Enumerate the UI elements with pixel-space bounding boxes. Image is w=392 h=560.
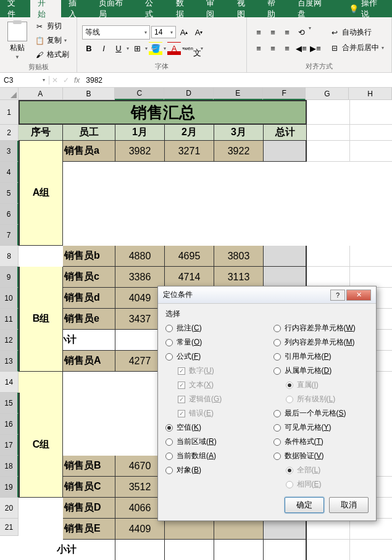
total-cell[interactable]: [264, 519, 307, 540]
row-header-9[interactable]: 9: [0, 267, 19, 288]
dlg-opt[interactable]: 条件格式(T): [273, 437, 369, 447]
emp-cell[interactable]: 销售员a: [63, 141, 115, 162]
align-left-button[interactable]: ≡: [252, 41, 265, 55]
cell[interactable]: [307, 540, 350, 560]
row-header-1[interactable]: 1: [0, 100, 19, 125]
val-cell[interactable]: 3982: [115, 141, 165, 162]
formula-input[interactable]: 3982: [82, 76, 392, 85]
format-painter-button[interactable]: 🖌格式刷: [32, 48, 72, 61]
row-header-11[interactable]: 11: [0, 309, 19, 330]
tab-5[interactable]: 数据: [169, 0, 199, 17]
tab-7[interactable]: 视图: [230, 0, 260, 17]
row-header-18[interactable]: 18: [0, 456, 19, 477]
col-header-E[interactable]: E: [214, 88, 263, 100]
cell[interactable]: [350, 246, 392, 267]
row-header-15[interactable]: 15: [0, 393, 19, 414]
dlg-opt[interactable]: 最后一个单元格(S): [273, 408, 369, 419]
subtotal-cell[interactable]: [165, 540, 214, 560]
row-header-16[interactable]: 16: [0, 414, 19, 435]
paste-button[interactable]: 粘贴 ▼: [5, 20, 30, 61]
emp-cell[interactable]: 销售员e: [63, 309, 115, 330]
val-cell[interactable]: [214, 519, 264, 540]
col-header-H[interactable]: H: [349, 88, 392, 100]
group-cell-2[interactable]: C组: [19, 393, 63, 498]
dialog-titlebar[interactable]: 定位条件 ? ✕: [158, 286, 376, 304]
header-4[interactable]: 3月: [214, 125, 264, 141]
tell-me[interactable]: 💡操作说: [341, 0, 392, 17]
row-header-14[interactable]: 14: [0, 372, 19, 393]
increase-font-button[interactable]: A▴: [177, 25, 191, 39]
total-cell[interactable]: [264, 141, 307, 162]
title-cell[interactable]: 销售汇总: [19, 100, 307, 125]
header-0[interactable]: 序号: [19, 125, 63, 141]
tab-0[interactable]: 文件: [0, 0, 30, 17]
fill-color-button[interactable]: 🪣: [149, 42, 162, 56]
cell[interactable]: [350, 125, 392, 141]
row-header-17[interactable]: 17: [0, 435, 19, 456]
font-color-button[interactable]: A: [167, 42, 181, 56]
dialog-help-button[interactable]: ?: [330, 290, 345, 301]
row-header-3[interactable]: 3: [0, 141, 19, 162]
wrap-text-button[interactable]: ↩自动换行: [327, 26, 386, 39]
row-header-6[interactable]: 6: [0, 204, 19, 225]
header-3[interactable]: 2月: [165, 125, 214, 141]
dlg-opt[interactable]: 批注(C): [165, 323, 261, 333]
group-cell-0[interactable]: A组: [19, 141, 63, 246]
col-header-C[interactable]: C: [115, 88, 164, 100]
font-size-combo[interactable]: 14▾: [151, 26, 176, 38]
align-top-button[interactable]: ≡: [252, 25, 265, 39]
col-header-F[interactable]: F: [263, 88, 306, 100]
dlg-opt[interactable]: 常量(O): [165, 337, 261, 348]
emp-cell[interactable]: 销售员b: [63, 246, 115, 267]
emp-cell[interactable]: 销售员D: [63, 498, 115, 519]
val-cell[interactable]: 4880: [115, 246, 165, 267]
align-center-button[interactable]: ≡: [266, 41, 280, 55]
emp-cell[interactable]: 销售员A: [63, 351, 115, 372]
total-cell[interactable]: [264, 267, 307, 288]
val-cell[interactable]: [165, 519, 214, 540]
cell[interactable]: [307, 125, 350, 141]
fx-icon[interactable]: fx: [74, 76, 80, 85]
phonetic-button[interactable]: wén文: [186, 42, 199, 56]
row-header-21[interactable]: 21: [0, 519, 19, 536]
val-cell[interactable]: 3386: [115, 267, 165, 288]
val-cell[interactable]: 4714: [165, 267, 214, 288]
name-box[interactable]: C3▾: [0, 76, 49, 85]
emp-cell[interactable]: 销售员C: [63, 477, 115, 498]
cell[interactable]: [307, 141, 350, 162]
subtotal-cell[interactable]: [264, 540, 307, 560]
tab-6[interactable]: 审阅: [199, 0, 229, 17]
row-header-10[interactable]: 10: [0, 288, 19, 309]
total-cell[interactable]: [264, 246, 307, 267]
group-cell-1[interactable]: B组: [19, 267, 63, 372]
val-cell[interactable]: 3803: [214, 246, 264, 267]
border-button[interactable]: ⊞: [130, 42, 144, 56]
col-header-A[interactable]: A: [19, 88, 63, 100]
emp-cell[interactable]: 销售员B: [63, 456, 115, 477]
dlg-opt[interactable]: 空值(K): [165, 422, 261, 433]
emp-cell[interactable]: 销售员c: [63, 267, 115, 288]
val-cell[interactable]: 4695: [165, 246, 214, 267]
dlg-opt[interactable]: 对象(B): [165, 465, 261, 475]
tab-1[interactable]: 开始: [30, 0, 60, 17]
cell[interactable]: [307, 100, 350, 125]
decrease-indent-button[interactable]: ◀≡: [294, 41, 308, 55]
decrease-font-button[interactable]: A▾: [192, 25, 206, 39]
cell[interactable]: [350, 100, 392, 125]
increase-indent-button[interactable]: ▶≡: [309, 41, 322, 55]
cell[interactable]: [350, 519, 392, 540]
align-right-button[interactable]: ≡: [280, 41, 294, 55]
merge-button[interactable]: ⊟合并后居中▾: [327, 41, 386, 54]
dlg-opt[interactable]: 可见单元格(Y): [273, 422, 369, 433]
val-cell[interactable]: 3922: [214, 141, 264, 162]
col-header-B[interactable]: B: [63, 88, 115, 100]
subtotal-cell[interactable]: [214, 540, 264, 560]
header-5[interactable]: 总计: [264, 125, 307, 141]
ok-button[interactable]: 确定: [285, 497, 324, 513]
row-header-13[interactable]: 13: [0, 351, 19, 372]
tab-8[interactable]: 帮助: [260, 0, 290, 17]
emp-cell[interactable]: 销售员d: [63, 288, 115, 309]
align-middle-button[interactable]: ≡: [266, 25, 280, 39]
orientation-button[interactable]: ⟲: [294, 25, 308, 39]
tab-4[interactable]: 公式: [138, 0, 168, 17]
